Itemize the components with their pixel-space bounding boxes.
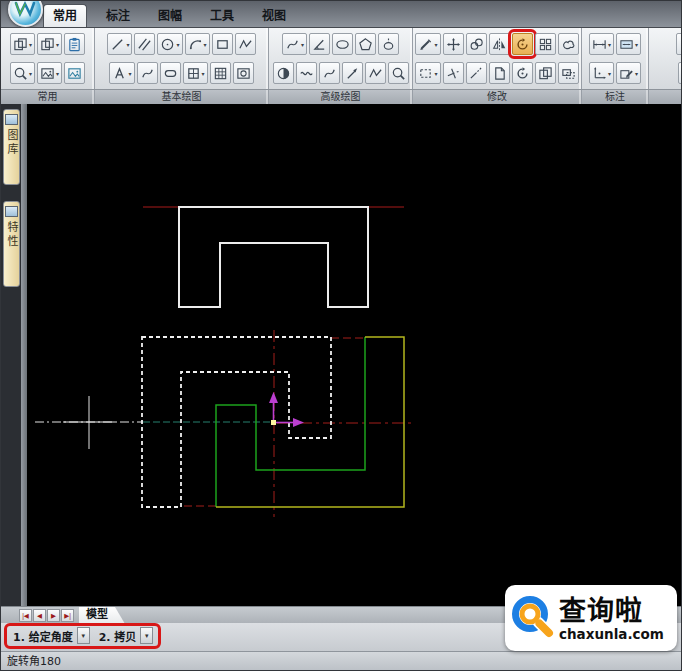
axis-arrow-up-head: [269, 392, 278, 403]
dropdown-arrow-icon[interactable]: ▾: [608, 70, 611, 77]
dropdown-arrow-icon[interactable]: ▾: [635, 41, 638, 48]
slot-button[interactable]: [160, 62, 181, 84]
detail-view-icon: [391, 66, 406, 81]
dimension-edit-button[interactable]: ▾: [616, 62, 641, 84]
dropdown-arrow-icon[interactable]: ▾: [128, 70, 131, 77]
move-button[interactable]: [443, 33, 464, 55]
watermark-title: 查询啦: [559, 589, 643, 628]
dropdown-arrow-icon[interactable]: ▾: [56, 70, 59, 77]
polyline-button[interactable]: [235, 33, 256, 55]
dropdown-arrow-icon[interactable]: ▾: [301, 41, 304, 48]
angle-line-button[interactable]: [309, 33, 330, 55]
stretch-button[interactable]: [558, 33, 579, 55]
dimension-button[interactable]: ▾: [589, 33, 614, 55]
print-preview-button[interactable]: ▾: [10, 62, 35, 84]
ribbon-group-label: 高级绘图: [269, 90, 413, 104]
rectangle-button[interactable]: [212, 33, 233, 55]
sheet-nav-next-button[interactable]: ▶: [47, 609, 60, 622]
line-button[interactable]: ▾: [107, 33, 132, 55]
stamp-button[interactable]: [233, 62, 254, 84]
display-config-button[interactable]: [64, 62, 85, 84]
sidebar-tab-library[interactable]: 图库: [3, 109, 20, 185]
option-dropdown-button[interactable]: ▾: [140, 627, 153, 644]
rotate-button[interactable]: [512, 33, 533, 55]
copy-entities-icon: [469, 37, 484, 52]
offset-icon: [561, 66, 576, 81]
option-label[interactable]: 1. 给定角度: [13, 628, 73, 644]
ellipse-button[interactable]: [332, 33, 353, 55]
sidebar-tab-properties[interactable]: 特性: [3, 201, 20, 287]
detail-view-button[interactable]: [388, 62, 409, 84]
status-bar: 旋转角180: [1, 651, 682, 671]
circle-button[interactable]: ▾: [157, 33, 182, 55]
hatch-button[interactable]: [273, 62, 294, 84]
ribbon: ▾▾▾▾▾▾▾▾▾▾▾▾▾▾▾▾▾: [1, 27, 682, 89]
option-dropdown-button[interactable]: ▾: [77, 627, 90, 644]
ribbon-group-高级绘图: ▾: [269, 28, 413, 89]
insert-picture-button[interactable]: ▾: [37, 62, 62, 84]
copy-button[interactable]: ▾: [10, 33, 35, 55]
option-label[interactable]: 2. 拷贝: [99, 628, 137, 644]
grid-button[interactable]: [210, 62, 231, 84]
dropdown-arrow-icon[interactable]: ▾: [434, 41, 437, 48]
slot-icon: [163, 66, 178, 81]
text-button[interactable]: ▾: [109, 62, 134, 84]
parallel-line-icon: [137, 37, 152, 52]
option-combo-2: 2. 拷贝▾: [99, 627, 154, 644]
dimension-style-button[interactable]: ▾: [616, 33, 641, 55]
trim-button[interactable]: [443, 62, 464, 84]
spline-button[interactable]: [137, 62, 158, 84]
polygon-button[interactable]: [355, 33, 376, 55]
revolve-button[interactable]: [378, 33, 399, 55]
contour-icon: [368, 66, 383, 81]
dropdown-arrow-icon[interactable]: ▾: [202, 70, 205, 77]
dropdown-arrow-icon[interactable]: ▾: [204, 41, 207, 48]
parallel-line-button[interactable]: [134, 33, 155, 55]
model-tab[interactable]: 模型: [79, 607, 125, 624]
text-icon: [112, 66, 127, 81]
dropdown-arrow-icon[interactable]: ▾: [126, 41, 129, 48]
spline-curve-button[interactable]: ▾: [282, 33, 307, 55]
paste-button[interactable]: [64, 33, 85, 55]
freehand-button[interactable]: [319, 62, 340, 84]
offset-button[interactable]: [558, 62, 579, 84]
main-menu-button[interactable]: [678, 62, 682, 84]
rotate-view-button[interactable]: [512, 62, 533, 84]
ribbon-tab-标注[interactable]: 标注: [97, 5, 139, 27]
dropdown-arrow-icon[interactable]: ▾: [635, 70, 638, 77]
ribbon-tab-图幅[interactable]: 图幅: [149, 5, 191, 27]
extend-button[interactable]: [466, 62, 487, 84]
wave-line-button[interactable]: [296, 62, 317, 84]
dropdown-arrow-icon[interactable]: ▾: [434, 70, 437, 77]
ribbon-tab-工具[interactable]: 工具: [201, 5, 243, 27]
pick-box-button[interactable]: ▾: [415, 62, 440, 84]
insert-blocks-button[interactable]: [535, 62, 556, 84]
sheet-nav-last-button[interactable]: ▶|: [61, 609, 74, 622]
mirror-button[interactable]: [489, 33, 510, 55]
dropdown-arrow-icon[interactable]: ▾: [176, 41, 179, 48]
array-button[interactable]: [535, 33, 556, 55]
coordinate-dimension-button[interactable]: ▾: [589, 62, 614, 84]
arc-button[interactable]: ▾: [185, 33, 210, 55]
arrow-button[interactable]: [342, 62, 363, 84]
dropdown-arrow-icon[interactable]: ▾: [29, 70, 32, 77]
polygon-icon: [358, 37, 373, 52]
copy-with-basepoint-button[interactable]: ▾: [37, 33, 62, 55]
ribbon-group-基本绘图: ▾▾▾▾▾: [95, 28, 269, 89]
drawing-canvas[interactable]: [27, 104, 682, 606]
dropdown-arrow-icon[interactable]: ▾: [29, 41, 32, 48]
ribbon-group-label: [649, 90, 682, 104]
copy-entities-button[interactable]: [466, 33, 487, 55]
erase-button[interactable]: ▾: [415, 33, 440, 55]
bracket-shape[interactable]: [179, 207, 368, 307]
break-button[interactable]: [489, 62, 510, 84]
contour-button[interactable]: [365, 62, 386, 84]
dropdown-arrow-icon[interactable]: ▾: [56, 41, 59, 48]
sheet-nav-prev-button[interactable]: ◀: [33, 609, 46, 622]
ribbon-tab-视图[interactable]: 视图: [253, 5, 295, 27]
block-button[interactable]: ▾: [183, 62, 208, 84]
drawing-sheet-button[interactable]: ▾: [676, 33, 682, 55]
sheet-nav-first-button[interactable]: |◀: [19, 609, 32, 622]
dropdown-arrow-icon[interactable]: ▾: [608, 41, 611, 48]
ribbon-tab-常用[interactable]: 常用: [43, 4, 87, 27]
